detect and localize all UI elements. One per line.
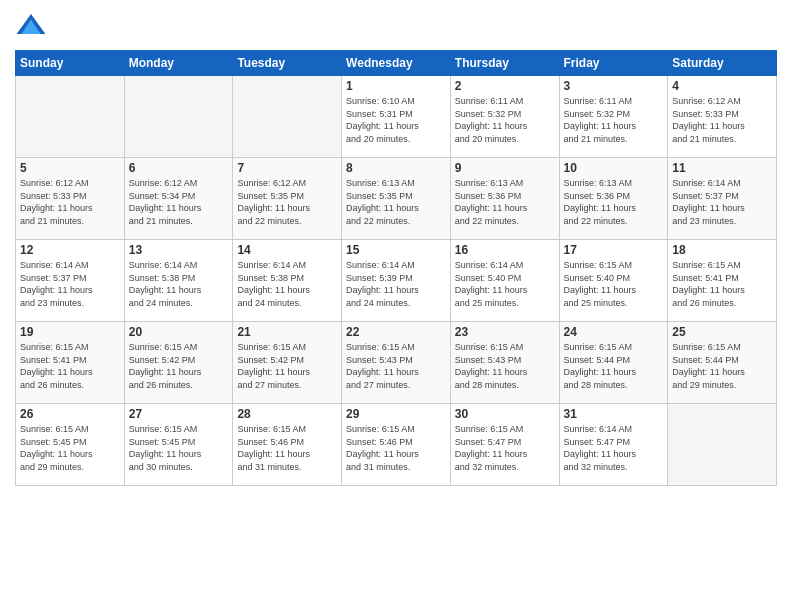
- calendar-day: 21Sunrise: 6:15 AM Sunset: 5:42 PM Dayli…: [233, 322, 342, 404]
- calendar-day: 31Sunrise: 6:14 AM Sunset: 5:47 PM Dayli…: [559, 404, 668, 486]
- calendar-day: [124, 76, 233, 158]
- calendar-day: 24Sunrise: 6:15 AM Sunset: 5:44 PM Dayli…: [559, 322, 668, 404]
- col-header-wednesday: Wednesday: [342, 51, 451, 76]
- day-number: 14: [237, 243, 337, 257]
- day-info: Sunrise: 6:14 AM Sunset: 5:39 PM Dayligh…: [346, 259, 446, 309]
- calendar-day: 25Sunrise: 6:15 AM Sunset: 5:44 PM Dayli…: [668, 322, 777, 404]
- calendar-day: 11Sunrise: 6:14 AM Sunset: 5:37 PM Dayli…: [668, 158, 777, 240]
- calendar-day: 8Sunrise: 6:13 AM Sunset: 5:35 PM Daylig…: [342, 158, 451, 240]
- calendar-day: [668, 404, 777, 486]
- day-number: 16: [455, 243, 555, 257]
- day-info: Sunrise: 6:12 AM Sunset: 5:34 PM Dayligh…: [129, 177, 229, 227]
- day-info: Sunrise: 6:14 AM Sunset: 5:47 PM Dayligh…: [564, 423, 664, 473]
- calendar-day: 1Sunrise: 6:10 AM Sunset: 5:31 PM Daylig…: [342, 76, 451, 158]
- calendar-day: 15Sunrise: 6:14 AM Sunset: 5:39 PM Dayli…: [342, 240, 451, 322]
- day-info: Sunrise: 6:14 AM Sunset: 5:37 PM Dayligh…: [672, 177, 772, 227]
- day-info: Sunrise: 6:12 AM Sunset: 5:35 PM Dayligh…: [237, 177, 337, 227]
- day-number: 1: [346, 79, 446, 93]
- day-info: Sunrise: 6:11 AM Sunset: 5:32 PM Dayligh…: [455, 95, 555, 145]
- day-number: 21: [237, 325, 337, 339]
- day-info: Sunrise: 6:14 AM Sunset: 5:38 PM Dayligh…: [237, 259, 337, 309]
- day-info: Sunrise: 6:15 AM Sunset: 5:44 PM Dayligh…: [564, 341, 664, 391]
- calendar-day: 14Sunrise: 6:14 AM Sunset: 5:38 PM Dayli…: [233, 240, 342, 322]
- day-info: Sunrise: 6:15 AM Sunset: 5:42 PM Dayligh…: [129, 341, 229, 391]
- calendar-day: 16Sunrise: 6:14 AM Sunset: 5:40 PM Dayli…: [450, 240, 559, 322]
- day-info: Sunrise: 6:15 AM Sunset: 5:41 PM Dayligh…: [20, 341, 120, 391]
- day-number: 10: [564, 161, 664, 175]
- page-header: [15, 10, 777, 42]
- day-info: Sunrise: 6:12 AM Sunset: 5:33 PM Dayligh…: [20, 177, 120, 227]
- calendar-day: 20Sunrise: 6:15 AM Sunset: 5:42 PM Dayli…: [124, 322, 233, 404]
- day-number: 2: [455, 79, 555, 93]
- day-number: 3: [564, 79, 664, 93]
- day-info: Sunrise: 6:15 AM Sunset: 5:47 PM Dayligh…: [455, 423, 555, 473]
- day-number: 29: [346, 407, 446, 421]
- header-row: SundayMondayTuesdayWednesdayThursdayFrid…: [16, 51, 777, 76]
- day-info: Sunrise: 6:10 AM Sunset: 5:31 PM Dayligh…: [346, 95, 446, 145]
- calendar-day: 13Sunrise: 6:14 AM Sunset: 5:38 PM Dayli…: [124, 240, 233, 322]
- calendar-week-2: 5Sunrise: 6:12 AM Sunset: 5:33 PM Daylig…: [16, 158, 777, 240]
- day-number: 20: [129, 325, 229, 339]
- col-header-friday: Friday: [559, 51, 668, 76]
- calendar-week-4: 19Sunrise: 6:15 AM Sunset: 5:41 PM Dayli…: [16, 322, 777, 404]
- calendar-day: 12Sunrise: 6:14 AM Sunset: 5:37 PM Dayli…: [16, 240, 125, 322]
- calendar-day: 7Sunrise: 6:12 AM Sunset: 5:35 PM Daylig…: [233, 158, 342, 240]
- day-number: 4: [672, 79, 772, 93]
- day-info: Sunrise: 6:13 AM Sunset: 5:36 PM Dayligh…: [455, 177, 555, 227]
- day-info: Sunrise: 6:14 AM Sunset: 5:40 PM Dayligh…: [455, 259, 555, 309]
- calendar-table: SundayMondayTuesdayWednesdayThursdayFrid…: [15, 50, 777, 486]
- day-info: Sunrise: 6:14 AM Sunset: 5:37 PM Dayligh…: [20, 259, 120, 309]
- day-number: 9: [455, 161, 555, 175]
- col-header-monday: Monday: [124, 51, 233, 76]
- day-number: 26: [20, 407, 120, 421]
- calendar-day: 9Sunrise: 6:13 AM Sunset: 5:36 PM Daylig…: [450, 158, 559, 240]
- day-number: 6: [129, 161, 229, 175]
- day-info: Sunrise: 6:15 AM Sunset: 5:46 PM Dayligh…: [346, 423, 446, 473]
- calendar-week-1: 1Sunrise: 6:10 AM Sunset: 5:31 PM Daylig…: [16, 76, 777, 158]
- day-number: 19: [20, 325, 120, 339]
- day-number: 27: [129, 407, 229, 421]
- page-container: SundayMondayTuesdayWednesdayThursdayFrid…: [0, 0, 792, 496]
- day-info: Sunrise: 6:14 AM Sunset: 5:38 PM Dayligh…: [129, 259, 229, 309]
- col-header-sunday: Sunday: [16, 51, 125, 76]
- logo: [15, 10, 53, 42]
- day-info: Sunrise: 6:15 AM Sunset: 5:40 PM Dayligh…: [564, 259, 664, 309]
- col-header-saturday: Saturday: [668, 51, 777, 76]
- calendar-day: 30Sunrise: 6:15 AM Sunset: 5:47 PM Dayli…: [450, 404, 559, 486]
- day-number: 12: [20, 243, 120, 257]
- calendar-day: 2Sunrise: 6:11 AM Sunset: 5:32 PM Daylig…: [450, 76, 559, 158]
- calendar-week-3: 12Sunrise: 6:14 AM Sunset: 5:37 PM Dayli…: [16, 240, 777, 322]
- day-info: Sunrise: 6:15 AM Sunset: 5:43 PM Dayligh…: [455, 341, 555, 391]
- calendar-day: [233, 76, 342, 158]
- day-number: 15: [346, 243, 446, 257]
- day-info: Sunrise: 6:11 AM Sunset: 5:32 PM Dayligh…: [564, 95, 664, 145]
- day-info: Sunrise: 6:13 AM Sunset: 5:35 PM Dayligh…: [346, 177, 446, 227]
- calendar-week-5: 26Sunrise: 6:15 AM Sunset: 5:45 PM Dayli…: [16, 404, 777, 486]
- day-number: 13: [129, 243, 229, 257]
- day-info: Sunrise: 6:15 AM Sunset: 5:44 PM Dayligh…: [672, 341, 772, 391]
- day-info: Sunrise: 6:12 AM Sunset: 5:33 PM Dayligh…: [672, 95, 772, 145]
- day-info: Sunrise: 6:13 AM Sunset: 5:36 PM Dayligh…: [564, 177, 664, 227]
- calendar-day: 5Sunrise: 6:12 AM Sunset: 5:33 PM Daylig…: [16, 158, 125, 240]
- day-info: Sunrise: 6:15 AM Sunset: 5:43 PM Dayligh…: [346, 341, 446, 391]
- day-number: 8: [346, 161, 446, 175]
- calendar-day: 4Sunrise: 6:12 AM Sunset: 5:33 PM Daylig…: [668, 76, 777, 158]
- day-number: 30: [455, 407, 555, 421]
- col-header-thursday: Thursday: [450, 51, 559, 76]
- day-info: Sunrise: 6:15 AM Sunset: 5:41 PM Dayligh…: [672, 259, 772, 309]
- calendar-day: 17Sunrise: 6:15 AM Sunset: 5:40 PM Dayli…: [559, 240, 668, 322]
- day-info: Sunrise: 6:15 AM Sunset: 5:45 PM Dayligh…: [20, 423, 120, 473]
- calendar-day: [16, 76, 125, 158]
- day-info: Sunrise: 6:15 AM Sunset: 5:42 PM Dayligh…: [237, 341, 337, 391]
- day-number: 17: [564, 243, 664, 257]
- calendar-day: 19Sunrise: 6:15 AM Sunset: 5:41 PM Dayli…: [16, 322, 125, 404]
- calendar-day: 6Sunrise: 6:12 AM Sunset: 5:34 PM Daylig…: [124, 158, 233, 240]
- day-info: Sunrise: 6:15 AM Sunset: 5:46 PM Dayligh…: [237, 423, 337, 473]
- calendar-day: 27Sunrise: 6:15 AM Sunset: 5:45 PM Dayli…: [124, 404, 233, 486]
- day-number: 24: [564, 325, 664, 339]
- calendar-day: 18Sunrise: 6:15 AM Sunset: 5:41 PM Dayli…: [668, 240, 777, 322]
- calendar-day: 10Sunrise: 6:13 AM Sunset: 5:36 PM Dayli…: [559, 158, 668, 240]
- day-number: 31: [564, 407, 664, 421]
- day-number: 11: [672, 161, 772, 175]
- day-number: 23: [455, 325, 555, 339]
